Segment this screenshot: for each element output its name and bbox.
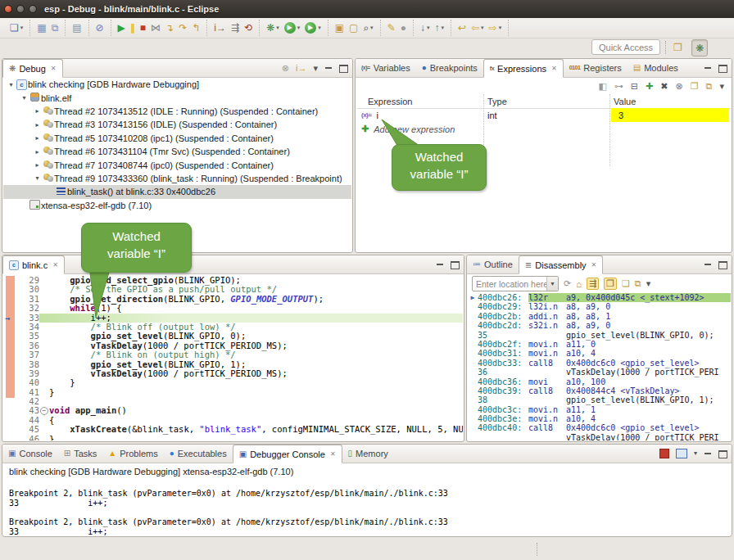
instruction-stepping-button[interactable]: i→ xyxy=(296,63,306,73)
print-button[interactable]: ▤ xyxy=(72,21,81,34)
minimize-view-button[interactable] xyxy=(436,261,444,269)
remove-expression-button[interactable]: ✖ xyxy=(660,81,668,92)
suspend-button[interactable]: ∥ xyxy=(130,21,135,34)
dropdown-arrow-icon[interactable]: ▾ xyxy=(20,25,24,31)
tab-memory[interactable]: ▯Memory xyxy=(342,445,394,463)
tab-tasks[interactable]: ⊞Tasks xyxy=(58,445,103,463)
close-icon[interactable]: ✕ xyxy=(591,261,597,269)
disassembly-line[interactable]: 36vTaskDelay(1000 / portTICK_PERI xyxy=(468,368,731,377)
maximize-view-button[interactable] xyxy=(718,65,727,72)
dropdown-arrow-icon[interactable]: ▾ xyxy=(481,25,484,31)
tab-debug[interactable]: ❋ Debug ✕ xyxy=(2,59,63,78)
tab-breakpoints[interactable]: ●Breakpoints xyxy=(416,59,483,77)
close-icon[interactable]: ✕ xyxy=(52,261,58,269)
maximize-view-button[interactable] xyxy=(339,65,347,72)
quick-access-button[interactable]: Quick Access xyxy=(591,39,660,55)
disassembly-line[interactable]: 400dbc2f:movi.na11, 0 xyxy=(468,340,731,349)
debug-button[interactable]: ❋▾ xyxy=(266,21,279,34)
editor-line[interactable]: 46} xyxy=(3,435,463,440)
disassembly-line[interactable]: 400dbc31:movi.na10, 4 xyxy=(468,349,731,358)
display-console-icon[interactable] xyxy=(676,449,687,458)
location-input[interactable]: Enter location here xyxy=(473,279,546,289)
tab-executables[interactable]: ●Executables xyxy=(164,445,233,463)
close-icon[interactable]: ✕ xyxy=(551,65,557,72)
new-view-button[interactable]: ❏ xyxy=(622,278,630,289)
maximize-view-button[interactable] xyxy=(451,261,459,269)
tab-console[interactable]: ▣Console xyxy=(2,445,58,463)
remove-all-expressions-button[interactable]: ⊗ xyxy=(676,81,683,92)
console-output[interactable]: Breakpoint 2, blink_task (pvParameter=0x… xyxy=(3,479,731,535)
tree-expander-icon[interactable]: ▸ xyxy=(33,161,42,169)
forward-button[interactable]: ⇨▾ xyxy=(489,21,502,34)
editor-line[interactable]: 43−void app_main() xyxy=(3,406,463,415)
collapse-all-button[interactable]: ⊟ xyxy=(631,81,638,92)
save-button[interactable]: ▦ xyxy=(37,21,46,34)
minimize-view-button[interactable] xyxy=(324,65,333,72)
disassembly-line[interactable]: 400dbc39:call80x400844c4 <vTaskDelay> xyxy=(468,386,731,395)
tab-variables[interactable]: (x)=Variables xyxy=(356,59,416,77)
link-with-editor-button[interactable]: ● xyxy=(401,21,406,34)
chevron-down-icon[interactable]: ▼ xyxy=(546,277,558,291)
step-over-button[interactable]: ↷ xyxy=(179,21,187,34)
new-view-button[interactable]: ❐ xyxy=(691,81,699,92)
open-element-button[interactable]: ▣ xyxy=(335,21,344,34)
open-new-view-button[interactable]: ⧉ xyxy=(706,81,713,92)
maximize-view-button[interactable] xyxy=(718,261,727,269)
tab-registers[interactable]: 0101Registers xyxy=(564,59,628,77)
skip-all-breakpoints-button[interactable]: ⊘ xyxy=(96,21,104,34)
tree-expander-icon[interactable]: ▾ xyxy=(20,94,29,102)
disassembly-line[interactable]: 400dbc3e:movi.na10, 4 xyxy=(468,414,731,423)
debug-tree-row[interactable]: ▸Thread #6 1073431104 (Tmr Svc) (Suspend… xyxy=(3,145,351,158)
editor-line[interactable]: 45 xTaskCreate(&blink_task, "blink_task"… xyxy=(3,425,463,434)
view-menu-button[interactable]: ▾ xyxy=(313,63,318,73)
disassembly-line[interactable]: 400dbc29:l32i.na8, a9, 0 xyxy=(468,302,731,311)
console-dropdown-arrow-icon[interactable]: ▾ xyxy=(694,449,697,458)
dropdown-arrow-icon[interactable]: ▾ xyxy=(427,25,430,31)
home-button[interactable]: ⌂ xyxy=(576,279,582,289)
tab-outline[interactable]: ≔Outline xyxy=(467,255,519,273)
minimize-view-button[interactable] xyxy=(704,450,712,458)
dropdown-arrow-icon[interactable]: ▾ xyxy=(499,25,502,31)
open-resource-button[interactable]: ▢ xyxy=(349,21,358,34)
minimize-view-button[interactable] xyxy=(704,261,712,269)
view-menu-button[interactable]: ▾ xyxy=(719,81,724,92)
tab-problems[interactable]: ▲Problems xyxy=(102,445,163,463)
add-expression-row[interactable]: ✚Add new expression xyxy=(356,122,731,136)
step-return-button[interactable]: ↰ xyxy=(192,21,200,34)
disconnect-button[interactable]: ⋈ xyxy=(151,21,161,34)
tab-expressions[interactable]: fxExpressions✕ xyxy=(483,59,564,78)
value-cell[interactable]: 3 xyxy=(611,108,729,122)
disassembly-listing[interactable]: ▶400dbc26:l32ra9, 0x400d045c <_stext+109… xyxy=(468,293,731,440)
fold-collapse-icon[interactable]: − xyxy=(40,407,48,415)
disassembly-line[interactable]: 400dbc3c:movi.na11, 1 xyxy=(468,405,731,414)
disassembly-line[interactable]: 400dbc33:call80x400dc6c0 <gpio_set_level… xyxy=(468,359,731,368)
close-icon[interactable]: ✕ xyxy=(51,65,57,72)
restart-button[interactable]: ⟲ xyxy=(244,21,252,34)
editor-line[interactable]: 40 } xyxy=(3,378,463,387)
debug-tree-row[interactable]: ▸Thread #7 1073408744 (ipc0) (Suspended … xyxy=(3,158,351,171)
titlebar[interactable]: esp - Debug - blink/main/blink.c - Eclip… xyxy=(0,0,734,18)
debug-tree-row[interactable]: ▾blink.elf xyxy=(3,91,351,104)
debug-tree-row[interactable]: ▸Thread #2 1073413512 (IDLE : Running) (… xyxy=(3,105,351,118)
disassembly-line[interactable]: ▶400dbc26:l32ra9, 0x400d045c <_stext+109… xyxy=(468,293,731,302)
dropdown-arrow-icon[interactable]: ▾ xyxy=(276,25,279,31)
window-maximize-button[interactable] xyxy=(29,5,37,13)
refresh-button[interactable]: ⟳ xyxy=(564,278,571,289)
tab-modules[interactable]: ▤Modules xyxy=(628,59,684,77)
view-menu-button[interactable]: ▾ xyxy=(646,278,651,289)
terminate-button[interactable]: ■ xyxy=(140,21,146,34)
tree-expander-icon[interactable]: ▾ xyxy=(7,81,16,88)
disassembly-line[interactable]: 38gpio_set_level(BLINK_GPIO, 1); xyxy=(468,395,731,404)
expression-cell[interactable]: (x)=i xyxy=(361,108,378,122)
window-close-button[interactable] xyxy=(4,5,12,13)
new-wizard-button[interactable]: ❏▾ xyxy=(10,21,23,34)
debug-tree-row[interactable]: xtensa-esp32-elf-gdb (7.10) xyxy=(3,199,351,212)
terminate-console-button[interactable] xyxy=(659,449,669,458)
disassembly-line[interactable]: 400dbc40:call80x400dc6c0 <gpio_set_level… xyxy=(468,423,731,432)
column-expression[interactable]: Expression xyxy=(368,94,412,108)
dropdown-arrow-icon[interactable]: ▾ xyxy=(370,25,374,31)
tree-expander-icon[interactable]: ▸ xyxy=(33,148,42,156)
dropdown-arrow-icon[interactable]: ▾ xyxy=(297,25,301,31)
tree-expander-icon[interactable]: ▸ xyxy=(33,107,42,115)
tree-expander-icon[interactable]: ▾ xyxy=(33,174,42,182)
